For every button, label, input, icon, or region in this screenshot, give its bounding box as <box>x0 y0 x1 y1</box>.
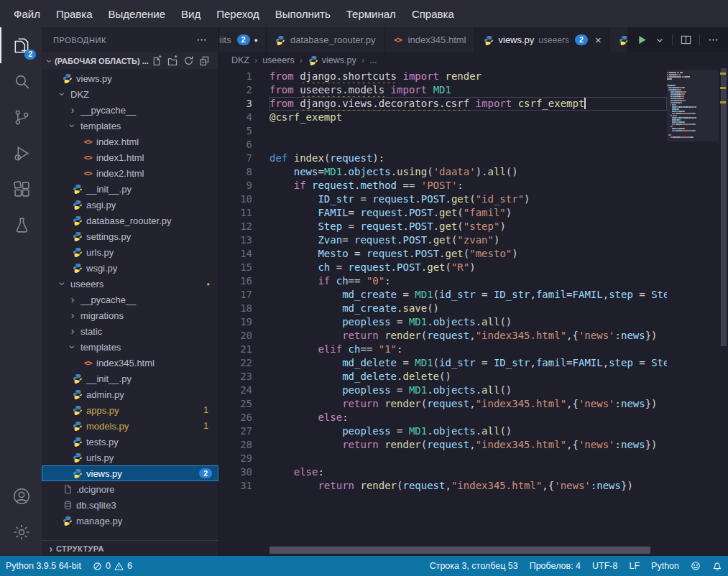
code-line-9[interactable]: 9 if request.method == 'POST': <box>219 179 667 192</box>
tree-folder-templates[interactable]: ›templates <box>42 118 218 134</box>
source-control-icon[interactable] <box>0 99 42 135</box>
code-line-21[interactable]: 21 elif ch== "1": <box>219 343 667 356</box>
code-line-15[interactable]: 15 ch = request.POST.get("R") <box>219 261 667 274</box>
code-editor[interactable]: 1from django.shortcuts import render2fro… <box>219 68 728 556</box>
code-line-31[interactable]: 31 return render(request,"index345.html"… <box>219 479 667 493</box>
feedback-icon[interactable] <box>685 556 706 576</box>
tree-file-urls.py[interactable]: urls.py <box>42 450 218 465</box>
code-line-7[interactable]: 7def index(request): <box>219 152 667 165</box>
tree-folder-templates[interactable]: ›templates <box>42 339 218 355</box>
code-line-22[interactable]: 22 md_delete = MD1(id_str = ID_str,famil… <box>219 356 667 370</box>
bell-icon[interactable] <box>706 556 728 576</box>
breadcrumb[interactable]: DKZ›useeers›views.py›... <box>219 52 728 68</box>
code-line-29[interactable]: 29 <box>219 452 667 465</box>
tree-file-index.html[interactable]: <>index.html <box>42 134 218 149</box>
code-line-3[interactable]: 3from django.views.decorators.csrf impor… <box>219 97 667 111</box>
new-file-icon[interactable] <box>152 55 162 66</box>
minimap[interactable] <box>667 70 719 139</box>
breadcrumb-item-views.py[interactable]: views.py <box>308 55 356 65</box>
tree-folder-static[interactable]: ›static <box>42 323 218 339</box>
code-line-13[interactable]: 13 Zvan= request.POST.get("zvan") <box>219 233 667 247</box>
tree-file-views.py[interactable]: views.py <box>42 70 218 86</box>
workspace-section-header[interactable]: › (РАБОЧАЯ ОБЛАСТЬ) ... <box>42 52 218 69</box>
menu-item-1[interactable]: Файл <box>6 4 48 24</box>
code-line-12[interactable]: 12 Step = request.POST.get("step") <box>219 220 667 233</box>
split-editor-icon[interactable] <box>681 34 691 45</box>
tree-folder-migrations[interactable]: ›migrations <box>42 307 218 323</box>
run-icon[interactable] <box>637 34 648 45</box>
tree-file-manage.py[interactable]: manage.py <box>42 513 218 529</box>
accounts-icon[interactable] <box>0 478 42 514</box>
breadcrumb-item-...[interactable]: ... <box>369 55 377 65</box>
horizontal-scrollbar-thumb[interactable] <box>269 547 650 554</box>
code-line-14[interactable]: 14 Mesto = request.POST.get("mesto") <box>219 247 667 261</box>
indentation[interactable]: Пробелов: 4 <box>524 556 586 576</box>
menu-item-6[interactable]: Выполнить <box>267 4 338 24</box>
tree-file-wsgi.py[interactable]: wsgi.py <box>42 260 218 276</box>
menu-item-5[interactable]: Переход <box>208 4 267 24</box>
code-line-2[interactable]: 2from useeers.models import MD1 <box>219 83 667 97</box>
breadcrumb-item-useeers[interactable]: useeers <box>262 55 294 65</box>
code-line-4[interactable]: 4@csrf_exempt <box>219 111 667 124</box>
code-line-23[interactable]: 23 md_delete.delete() <box>219 370 667 384</box>
tree-file-asgi.py[interactable]: asgi.py <box>42 197 218 213</box>
tree-file-db.sqlite3[interactable]: db.sqlite3 <box>42 497 218 513</box>
cursor-position[interactable]: Строка 3, столбец 53 <box>424 556 524 576</box>
code-line-6[interactable]: 6 <box>219 138 667 152</box>
python-interpreter[interactable]: Python 3.9.5 64-bit <box>0 556 87 576</box>
code-line-25[interactable]: 25 return render(request,"index345.html"… <box>219 397 667 411</box>
code-line-10[interactable]: 10 ID_str = request.POST.get("id_str") <box>219 192 667 206</box>
tree-file-index345.html[interactable]: <>index345.html <box>42 355 218 371</box>
run-debug-icon[interactable] <box>0 135 42 171</box>
chevron-down-icon[interactable] <box>655 36 664 45</box>
testing-icon[interactable] <box>0 207 42 243</box>
refresh-icon[interactable] <box>183 55 194 66</box>
code-line-19[interactable]: 19 peopless = MD1.objects.all() <box>219 315 667 329</box>
menu-item-3[interactable]: Выделение <box>101 4 173 24</box>
eol[interactable]: LF <box>623 556 645 576</box>
settings-gear-icon[interactable] <box>0 514 42 550</box>
tree-file-index1.html[interactable]: <>index1.html <box>42 149 218 165</box>
tree-file-tests.py[interactable]: tests.py <box>42 434 218 450</box>
tree-folder-__pycache__[interactable]: ›__pycache__ <box>42 102 218 118</box>
tree-file-__init__.py[interactable]: __init__.py <box>42 371 218 386</box>
code-line-17[interactable]: 17 md_create = MD1(id_str = ID_str,famil… <box>219 288 667 302</box>
menu-item-8[interactable]: Справка <box>404 4 462 24</box>
code-line-20[interactable]: 20 return render(request,"index345.html"… <box>219 329 667 343</box>
tree-folder-DKZ[interactable]: ›DKZ <box>42 86 218 102</box>
problems[interactable]: 06 <box>87 556 138 576</box>
code-line-30[interactable]: 30 else: <box>219 465 667 479</box>
menu-item-4[interactable]: Вид <box>173 4 208 24</box>
code-line-11[interactable]: 11 FAMIL= request.POST.get("famil") <box>219 206 667 220</box>
tree-file-database_roouter.py[interactable]: database_roouter.py <box>42 213 218 228</box>
code-line-18[interactable]: 18 md_create.save() <box>219 302 667 315</box>
code-line-5[interactable]: 5 <box>219 124 667 138</box>
tree-folder-useeers[interactable]: ›useeers● <box>42 276 218 292</box>
tree-file-models.py[interactable]: models.py1 <box>42 418 218 434</box>
tree-file-urls.py[interactable]: urls.py <box>42 244 218 260</box>
code-line-8[interactable]: 8 news=MD1.objects.using('daata').all() <box>219 165 667 179</box>
explorer-icon[interactable]: 2 <box>0 27 42 63</box>
tree-file-index2.html[interactable]: <>index2.html <box>42 165 218 181</box>
tab-index345.html[interactable]: <>index345.html <box>384 27 475 52</box>
vertical-scrollbar[interactable] <box>719 68 728 556</box>
code-line-24[interactable]: 24 peopless = MD1.objects.all() <box>219 384 667 397</box>
code-line-26[interactable]: 26 else: <box>219 411 667 424</box>
menu-item-7[interactable]: Терминал <box>338 4 404 24</box>
tab-database_roouter.py[interactable]: database_roouter.py <box>267 27 384 52</box>
tree-file-settings.py[interactable]: settings.py <box>42 228 218 244</box>
outline-section-header[interactable]: › СТРУКТУРА <box>42 540 218 556</box>
new-folder-icon[interactable] <box>167 55 178 66</box>
language-mode[interactable]: Python <box>645 556 685 576</box>
extensions-icon[interactable] <box>0 171 42 207</box>
tree-folder-__pycache__[interactable]: ›__pycache__ <box>42 292 218 307</box>
tab-views.py[interactable]: views.pyuseeers2× <box>475 27 610 52</box>
more-actions-icon[interactable] <box>708 34 719 45</box>
encoding[interactable]: UTF-8 <box>586 556 623 576</box>
horizontal-scrollbar[interactable] <box>269 547 666 554</box>
tree-file-admin.py[interactable]: admin.py <box>42 386 218 402</box>
code-line-16[interactable]: 16 if ch== "0": <box>219 274 667 288</box>
tree-file-__init__.py[interactable]: __init__.py <box>42 181 218 197</box>
more-actions-icon[interactable] <box>196 34 207 45</box>
menu-item-2[interactable]: Правка <box>48 4 101 24</box>
